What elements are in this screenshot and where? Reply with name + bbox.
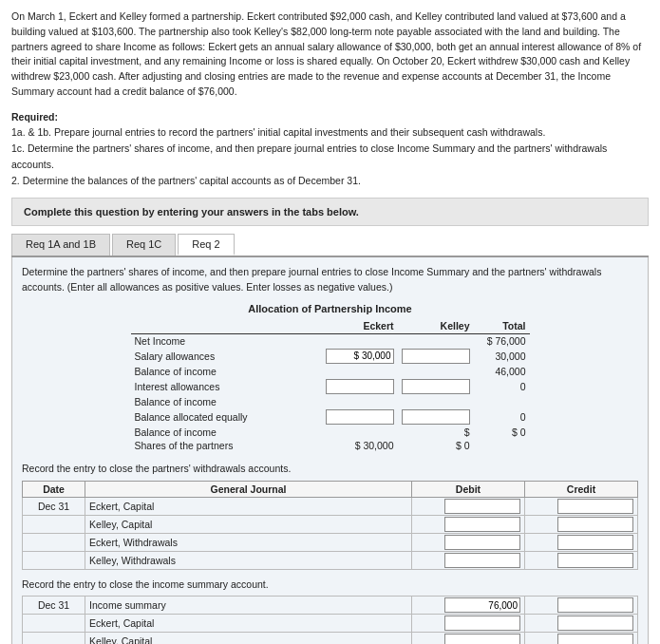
debit-input[interactable] [444,634,520,644]
eckert-cell[interactable] [322,348,398,365]
total-cell: 30,000 [474,348,530,365]
req-2: 2. Determine the balances of the partner… [11,173,649,189]
credit-input-income[interactable] [557,597,633,613]
credit-cell[interactable] [524,633,637,644]
col-date: Date [23,481,85,497]
journal-section-withdrawals: Record the entry to close the partners' … [22,462,638,570]
kelley-cell [398,365,474,378]
kelley-cell[interactable] [398,348,474,365]
journal-desc: Income summary [85,597,412,615]
kelley-cell[interactable] [398,408,474,426]
kelley-cell [398,333,474,348]
credit-input[interactable] [557,634,633,644]
question-box: Complete this question by entering your … [11,198,649,226]
table-row: Balance of income [131,395,530,408]
col-header-kelley: Kelley [398,318,474,334]
debit-cell[interactable] [411,515,524,533]
credit-cell[interactable] [524,515,637,533]
journal-date: Dec 31 [23,497,85,515]
kelley-cell: $ [398,426,474,439]
eckert-salary-input[interactable] [326,349,394,364]
journal-date [23,533,85,551]
debit-cell[interactable] [411,633,524,644]
journal-date [23,633,85,644]
allocation-table: Eckert Kelley Total Net Income $ 76,000 … [131,318,530,452]
credit-input[interactable] [557,499,633,514]
debit-input[interactable] [444,553,520,568]
eckert-cell[interactable] [322,408,398,426]
total-cell [474,395,530,408]
row-label: Balance of income [131,426,322,439]
row-label: Balance allocated equally [131,408,322,426]
required-section: Required: 1a. & 1b. Prepare journal entr… [11,109,649,189]
tab-content-area: Determine the partners' shares of income… [11,257,649,644]
debit-cell[interactable] [411,597,524,615]
tab-req1c[interactable]: Req 1C [112,234,176,256]
total-cell: 0 [474,378,530,395]
journal-date [23,551,85,569]
debit-input[interactable] [444,616,520,631]
total-cell: 0 [474,408,530,426]
credit-cell[interactable] [524,597,637,615]
allocation-table-wrapper: Allocation of Partnership Income Eckert … [131,303,530,452]
table-row: Shares of the partners $ 30,000 $ 0 [131,439,530,452]
credit-input[interactable] [557,616,633,631]
row-label: Balance of income [131,365,322,378]
credit-input[interactable] [557,517,633,532]
req-1a-1b: 1a. & 1b. Prepare journal entries to rec… [11,124,649,141]
journal-desc: Kelley, Capital [85,633,412,644]
table-row: Salary allowances 30,000 [131,348,530,365]
credit-cell[interactable] [524,533,637,551]
debit-input-income[interactable] [444,597,520,613]
row-label: Balance of income [131,395,322,408]
kelley-balance-input[interactable] [402,409,470,425]
table-row: Balance of income $ $ 0 [131,426,530,439]
table-row: Dec 31 Eckert, Capital [23,497,638,515]
credit-input[interactable] [557,535,633,550]
total-cell: 46,000 [474,365,530,378]
credit-cell[interactable] [524,551,637,569]
eckert-cell[interactable] [322,378,398,395]
col-header-eckert: Eckert [322,318,398,334]
row-label: Shares of the partners [131,439,322,452]
tabs-row: Req 1A and 1B Req 1C Req 2 [11,234,649,257]
intro-paragraph: On March 1, Eckert and Kelley formed a p… [11,9,649,100]
tab-req1a1b[interactable]: Req 1A and 1B [11,234,110,256]
debit-cell[interactable] [411,533,524,551]
col-header-label [131,318,322,334]
allocation-title: Allocation of Partnership Income [131,303,530,314]
eckert-balance-input[interactable] [326,409,394,425]
req-1c: 1c. Determine the partners' shares of in… [11,141,649,173]
table-row: Dec 31 Income summary [23,597,638,615]
journal-desc: Kelley, Capital [85,515,412,533]
col-debit: Debit [411,481,524,497]
credit-cell[interactable] [524,497,637,515]
tab-instruction: Determine the partners' shares of income… [22,265,638,295]
journal-table-income: Dec 31 Income summary Eckert, Capital Ke… [22,596,638,644]
kelley-interest-input[interactable] [402,379,470,394]
col-credit: Credit [524,481,637,497]
journal-date [23,515,85,533]
debit-cell[interactable] [411,551,524,569]
journal-section-income: Record the entry to close the income sum… [22,578,638,644]
row-label: Salary allowances [131,348,322,365]
kelley-cell: $ 0 [398,439,474,452]
journal-note-2: Record the entry to close the income sum… [22,578,638,593]
eckert-interest-input[interactable] [326,379,394,394]
debit-cell[interactable] [411,497,524,515]
credit-cell[interactable] [524,615,637,633]
credit-input[interactable] [557,553,633,568]
debit-input[interactable] [444,517,520,532]
kelley-salary-input[interactable] [402,349,470,364]
debit-input[interactable] [444,535,520,550]
tab-req2[interactable]: Req 2 [178,234,234,256]
table-row: Balance allocated equally 0 [131,408,530,426]
table-row: Kelley, Capital [23,633,638,644]
kelley-cell[interactable] [398,378,474,395]
eckert-cell: $ 30,000 [322,439,398,452]
table-row: Balance of income 46,000 [131,365,530,378]
debit-input[interactable] [444,499,520,514]
kelley-cell [398,395,474,408]
journal-date: Dec 31 [23,597,85,615]
debit-cell[interactable] [411,615,524,633]
